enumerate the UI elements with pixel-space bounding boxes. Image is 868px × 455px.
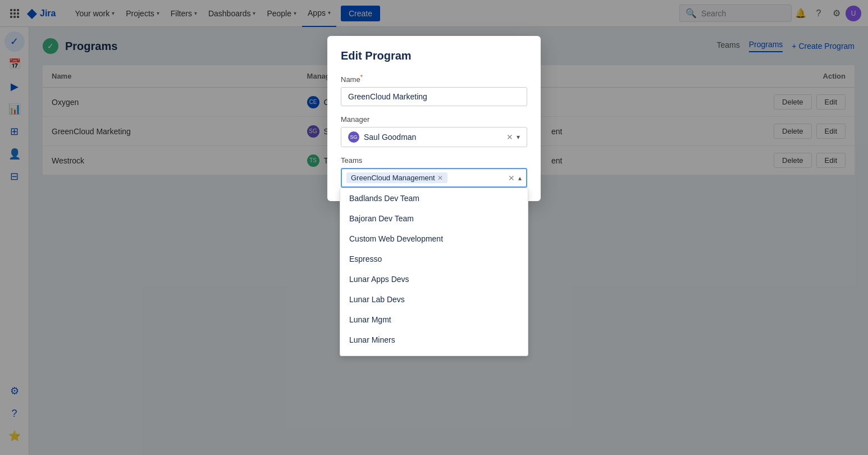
manager-chevron-icon[interactable]: ▾ [517,133,520,141]
team-tag: GreenCloud Management ✕ [346,172,447,183]
dropdown-item[interactable]: Redflare [340,350,528,356]
dropdown-item[interactable]: Custom Web Development [340,229,528,249]
team-tag-text: GreenCloud Management [351,174,435,182]
dropdown-item[interactable]: Espresso [340,249,528,269]
teams-field-wrapper: GreenCloud Management ✕ ✕ ▴ Badlands Dev… [341,168,527,188]
dropdown-item[interactable]: Badlands Dev Team [340,188,528,208]
clear-manager-icon[interactable]: ✕ [506,133,513,142]
modal-title: Edit Program [341,49,527,62]
manager-select[interactable]: SG Saul Goodman ✕ ▾ [341,127,527,147]
teams-label: Teams [341,156,527,165]
manager-avatar: SG [348,131,359,143]
name-input[interactable] [341,87,527,106]
dropdown-item[interactable]: Lunar Lab Devs [340,289,528,310]
manager-label: Manager [341,115,527,124]
edit-program-modal: Edit Program Name* Manager SG Saul Goodm… [327,36,541,201]
teams-input-actions: ✕ ▴ [508,174,522,183]
teams-search-input[interactable] [450,174,506,183]
name-label: Name* [341,74,527,84]
clear-teams-icon[interactable]: ✕ [508,174,515,183]
manager-select-inner: SG Saul Goodman [348,131,506,143]
teams-input[interactable]: GreenCloud Management ✕ ✕ ▴ [341,168,527,188]
dropdown-item[interactable]: Lunar Apps Devs [340,269,528,289]
manager-name: Saul Goodman [364,133,416,142]
dropdown-item[interactable]: Bajoran Dev Team [340,208,528,229]
dropdown-item[interactable]: Lunar Mgmt [340,310,528,330]
remove-team-icon[interactable]: ✕ [437,174,443,182]
teams-dropdown: Badlands Dev TeamBajoran Dev TeamCustom … [340,188,528,356]
dropdown-item[interactable]: Lunar Miners [340,330,528,350]
select-actions: ✕ ▾ [506,133,520,142]
teams-chevron-icon[interactable]: ▴ [518,174,522,182]
